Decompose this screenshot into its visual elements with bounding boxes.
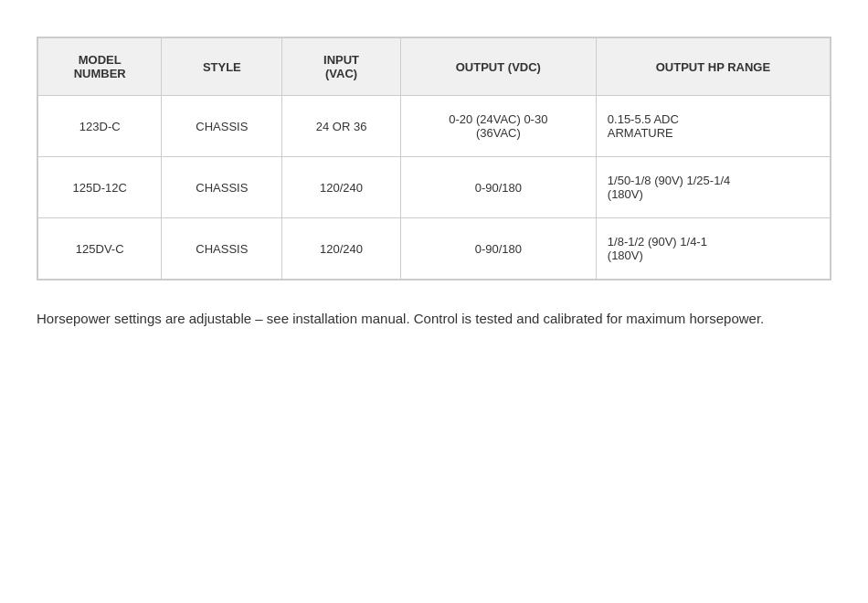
cell-model-number: 125D-12C bbox=[38, 157, 162, 218]
cell-output-hp: 1/50-1/8 (90V) 1/25-1/4(180V) bbox=[596, 157, 830, 218]
footnote-text: Horsepower settings are adjustable – see… bbox=[37, 308, 831, 330]
cell-output-vdc: 0-90/180 bbox=[400, 218, 596, 280]
table-row: 123D-CCHASSIS24 OR 360-20 (24VAC) 0-30(3… bbox=[38, 96, 831, 157]
product-table-container: MODELNUMBER STYLE INPUT(VAC) OUTPUT (VDC… bbox=[37, 37, 831, 280]
cell-output-hp: 1/8-1/2 (90V) 1/4-1(180V) bbox=[596, 218, 830, 280]
cell-input-vac: 24 OR 36 bbox=[282, 96, 401, 157]
cell-style: CHASSIS bbox=[162, 218, 282, 280]
header-output-vdc: OUTPUT (VDC) bbox=[400, 38, 596, 96]
cell-model-number: 123D-C bbox=[38, 96, 162, 157]
cell-model-number: 125DV-C bbox=[38, 218, 162, 280]
cell-style: CHASSIS bbox=[162, 96, 282, 157]
header-style: STYLE bbox=[162, 38, 282, 96]
cell-output-vdc: 0-20 (24VAC) 0-30(36VAC) bbox=[400, 96, 596, 157]
cell-output-vdc: 0-90/180 bbox=[400, 157, 596, 218]
table-row: 125D-12CCHASSIS120/2400-90/1801/50-1/8 (… bbox=[38, 157, 831, 218]
header-input-vac: INPUT(VAC) bbox=[282, 38, 401, 96]
header-output-hp-range: OUTPUT HP RANGE bbox=[596, 38, 830, 96]
cell-input-vac: 120/240 bbox=[282, 157, 401, 218]
cell-input-vac: 120/240 bbox=[282, 218, 401, 280]
cell-style: CHASSIS bbox=[162, 157, 282, 218]
table-header-row: MODELNUMBER STYLE INPUT(VAC) OUTPUT (VDC… bbox=[38, 38, 831, 96]
cell-output-hp: 0.15-5.5 ADCARMATURE bbox=[596, 96, 830, 157]
product-table: MODELNUMBER STYLE INPUT(VAC) OUTPUT (VDC… bbox=[37, 37, 831, 280]
table-row: 125DV-CCHASSIS120/2400-90/1801/8-1/2 (90… bbox=[38, 218, 831, 280]
header-model-number: MODELNUMBER bbox=[38, 38, 162, 96]
